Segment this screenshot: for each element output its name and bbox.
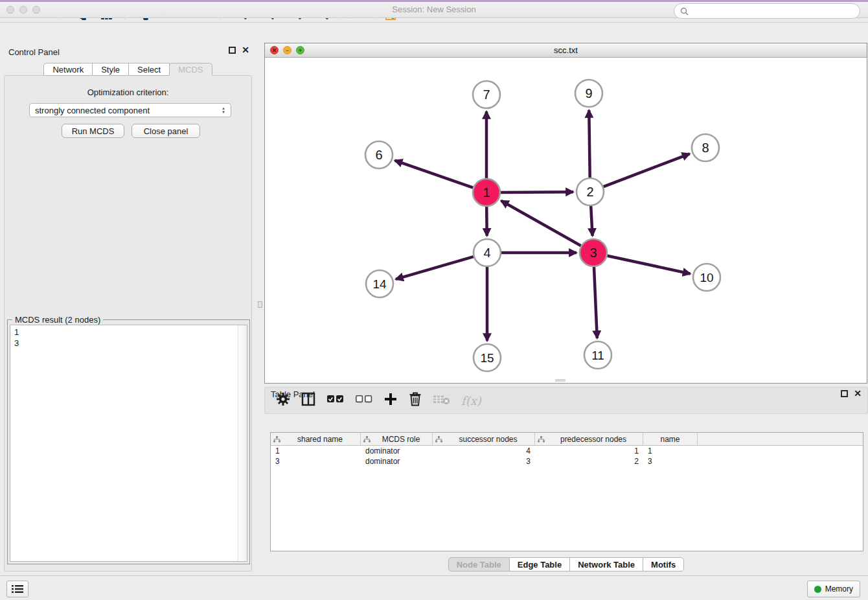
mcds-result-textarea[interactable]: 13 — [10, 325, 247, 562]
node-table[interactable]: shared nameMCDS rolesuccessor nodesprede… — [270, 432, 863, 551]
tab-node-table[interactable]: Node Table — [448, 557, 510, 571]
table-cell-shared-name[interactable]: 1 — [271, 446, 361, 456]
table-cell-shared-name[interactable]: 3 — [271, 457, 361, 466]
column-header-predecessor-nodes[interactable]: predecessor nodes — [535, 433, 643, 445]
close-panel-icon[interactable]: ✕ — [242, 46, 249, 54]
column-type-icon — [538, 436, 545, 443]
graph-node-label: 11 — [591, 349, 604, 362]
list-icon — [12, 584, 23, 594]
table-tabs: Node TableEdge TableNetwork TableMotifs — [264, 552, 868, 571]
graph-edge-1-4[interactable] — [486, 207, 487, 236]
graph-node-label: 10 — [700, 271, 713, 284]
table-panel-title: Table Panel — [271, 389, 315, 399]
divider-handle[interactable] — [258, 301, 262, 308]
table-cell-successor-nodes[interactable]: 4 — [433, 446, 535, 456]
criterion-dropdown[interactable]: strongly connected component ▲▼ — [29, 103, 231, 117]
function-builder-icon[interactable]: f(x) — [461, 394, 481, 408]
tab-mcds[interactable]: MCDS — [169, 63, 212, 76]
mcds-panel-body: Optimization criterion: strongly connect… — [4, 75, 252, 571]
mcds-result-line: 3 — [14, 338, 243, 349]
close-table-panel-icon[interactable]: ✕ — [854, 389, 862, 397]
tab-select[interactable]: Select — [128, 63, 170, 76]
close-panel-button[interactable]: Close panel — [131, 124, 200, 138]
column-type-icon — [273, 436, 280, 443]
memory-button[interactable]: Memory — [807, 581, 860, 597]
graph-edge-4-14[interactable] — [396, 257, 474, 279]
add-row-icon[interactable] — [383, 392, 398, 409]
table-cell-predecessor-nodes[interactable]: 1 — [535, 446, 643, 456]
search-input[interactable] — [692, 6, 854, 16]
graph-node-label: 15 — [480, 351, 494, 365]
result-scrollbar[interactable] — [238, 325, 247, 561]
memory-label: Memory — [825, 584, 853, 594]
table-panel: Table Panel ✕ f(x) shared nameMCDS roles… — [264, 387, 868, 575]
table-row[interactable]: 3dominator323 — [271, 456, 863, 467]
dropdown-stepper-icon: ▲▼ — [222, 106, 225, 114]
search-box[interactable] — [674, 3, 860, 19]
column-header-name[interactable]: name — [643, 433, 698, 445]
tab-motifs[interactable]: Motifs — [643, 557, 684, 571]
graph-node-label: 3 — [589, 246, 597, 260]
network-window-titlebar[interactable]: ✕ − + scc.txt — [265, 43, 867, 58]
float-table-panel-icon[interactable] — [841, 390, 848, 397]
graph-node-label: 8 — [702, 141, 709, 155]
graph-node-label: 1 — [483, 185, 490, 200]
table-toolbar: f(x) — [264, 387, 868, 414]
mcds-result-group: MCDS result (2 nodes) 13 — [7, 319, 250, 564]
optimization-criterion-label: Optimization criterion: — [5, 87, 251, 97]
control-panel-tabs: NetworkStyleSelectMCDS — [0, 63, 256, 76]
graph-node-label: 14 — [372, 277, 387, 291]
table-cell-predecessor-nodes[interactable]: 2 — [535, 457, 643, 466]
graph-edge-2-9[interactable] — [589, 110, 589, 178]
run-mcds-button[interactable]: Run MCDS — [62, 124, 124, 138]
tab-edge-table[interactable]: Edge Table — [509, 557, 570, 571]
mcds-result-title: MCDS result (2 nodes) — [12, 315, 103, 325]
column-type-icon — [363, 436, 371, 443]
graph-edge-3-10[interactable] — [608, 256, 691, 274]
table-cell-name[interactable]: 3 — [643, 457, 698, 466]
graph-edge-2-3[interactable] — [591, 206, 592, 236]
task-history-button[interactable] — [6, 581, 29, 597]
tab-network-table[interactable]: Network Table — [569, 557, 643, 571]
column-type-icon — [435, 436, 442, 443]
tab-style[interactable]: Style — [92, 63, 129, 76]
mcds-result-line: 1 — [14, 327, 243, 338]
table-cell-mcds-role[interactable]: dominator — [361, 457, 433, 466]
graph-edge-1-2[interactable] — [501, 192, 573, 192]
graph-node-label: 7 — [483, 87, 490, 102]
graph-edge-3-11[interactable] — [594, 267, 597, 338]
column-header-successor-nodes[interactable]: successor nodes — [433, 433, 535, 445]
delete-row-icon[interactable] — [409, 391, 422, 410]
network-canvas[interactable]: 1234678910111415 — [265, 57, 867, 383]
control-panel-title: Control Panel — [8, 47, 60, 57]
graph-node-label: 4 — [483, 246, 490, 260]
float-panel-icon[interactable] — [229, 47, 236, 54]
network-window-title: scc.txt — [265, 45, 867, 55]
memory-status-icon — [814, 586, 821, 593]
tab-network[interactable]: Network — [43, 63, 93, 76]
table-row[interactable]: 1dominator411 — [271, 446, 863, 456]
status-bar: Memory — [0, 575, 868, 600]
network-view-window: ✕ − + scc.txt 1234678910111415 — [264, 43, 867, 384]
graph-node-label: 6 — [375, 148, 382, 162]
canvas-scrollbar[interactable] — [555, 379, 565, 382]
table-cell-successor-nodes[interactable]: 3 — [433, 457, 535, 466]
panel-divider[interactable] — [256, 40, 264, 575]
criterion-dropdown-value: strongly connected component — [35, 106, 222, 115]
graph-edge-3-1[interactable] — [501, 201, 581, 246]
deselect-all-checkboxes-icon[interactable] — [355, 395, 372, 406]
table-cell-name[interactable]: 1 — [643, 446, 698, 456]
column-header-shared-name[interactable]: shared name — [271, 433, 361, 445]
select-all-checkboxes-icon[interactable] — [326, 395, 344, 406]
graph-edge-2-8[interactable] — [604, 154, 690, 187]
table-header-row: shared nameMCDS rolesuccessor nodesprede… — [271, 433, 863, 446]
column-header-mcds-role[interactable]: MCDS role — [361, 433, 433, 445]
graph-node-label: 2 — [586, 185, 593, 199]
control-panel: Control Panel ✕ NetworkStyleSelectMCDS O… — [0, 40, 256, 575]
search-icon — [680, 7, 689, 16]
table-cell-mcds-role[interactable]: dominator — [361, 446, 433, 456]
graph-edge-1-6[interactable] — [395, 161, 474, 188]
delete-table-icon[interactable] — [433, 393, 450, 408]
titlebar-accent-strip — [0, 0, 868, 2]
graph-node-label: 9 — [585, 86, 592, 100]
